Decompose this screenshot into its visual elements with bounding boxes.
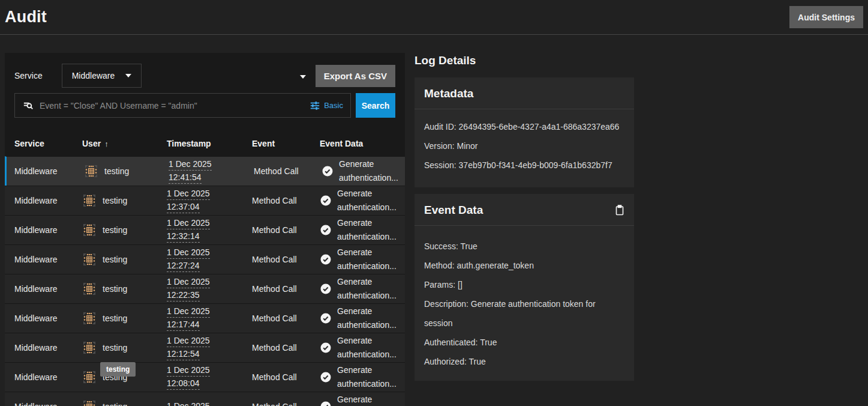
user-avatar-icon bbox=[82, 282, 97, 296]
cell-event-data: Generate authentication... bbox=[310, 246, 408, 273]
success-check-icon bbox=[320, 342, 332, 354]
cell-timestamp[interactable]: 1 Dec 2025 12:22:35 bbox=[157, 276, 242, 301]
settings-adjust-icon bbox=[310, 100, 320, 111]
cell-event: Method Call bbox=[242, 371, 310, 384]
column-header-event-data[interactable]: Event Data bbox=[310, 139, 405, 148]
cell-event-data: Generate authentication... bbox=[312, 157, 410, 185]
event-authenticated: Authenticated: True bbox=[424, 333, 624, 352]
cell-service: Middleware bbox=[5, 255, 73, 264]
cell-service: Middleware bbox=[7, 166, 74, 176]
cell-event: Method Call bbox=[242, 223, 310, 237]
user-avatar-icon bbox=[82, 252, 97, 267]
cell-event-data: Generate authentication... bbox=[310, 216, 408, 244]
user-avatar-icon bbox=[82, 223, 97, 237]
cell-timestamp[interactable]: 1 Dec 2025 12:08:04 bbox=[157, 365, 242, 390]
user-avatar-icon bbox=[82, 311, 97, 326]
copy-clipboard-icon[interactable] bbox=[615, 205, 624, 216]
cell-service: Middleware bbox=[5, 343, 73, 353]
cell-user[interactable]: testing bbox=[73, 252, 157, 267]
column-header-event[interactable]: Event bbox=[242, 139, 310, 148]
metadata-card-body: Audit ID: 26494395-6ebe-4327-a4a1-686a32… bbox=[415, 109, 634, 187]
cell-event-data: Generate authentication... bbox=[310, 304, 408, 332]
table-row[interactable]: Middleware bbox=[5, 333, 405, 362]
table-row[interactable]: Middleware bbox=[5, 156, 405, 186]
table-header-row: Service User↑ Timestamp Event Event Data bbox=[5, 130, 405, 156]
cell-user[interactable]: testing bbox=[73, 399, 157, 406]
success-check-icon bbox=[320, 224, 332, 236]
cell-user[interactable]: testing bbox=[73, 282, 157, 296]
cell-service: Middleware bbox=[5, 314, 73, 323]
table-row[interactable]: Middleware bbox=[5, 186, 405, 215]
metadata-card-title: Metadata bbox=[424, 87, 473, 100]
service-filter-label: Service bbox=[14, 71, 43, 80]
column-header-timestamp[interactable]: Timestamp bbox=[157, 139, 242, 148]
cell-service: Middleware bbox=[5, 372, 73, 382]
cell-service: Middleware bbox=[5, 284, 73, 294]
secondary-select[interactable] bbox=[295, 67, 311, 85]
success-check-icon bbox=[320, 401, 332, 406]
table-row[interactable]: Middleware bbox=[5, 303, 405, 333]
event-data-card: Event Data Success: True Method: auth.ge… bbox=[415, 194, 634, 381]
cell-timestamp[interactable]: 1 Dec 2025 12:12:54 bbox=[157, 335, 242, 360]
cell-event-data: Generate authentication... bbox=[310, 363, 408, 391]
cell-timestamp[interactable]: 1 Dec 2025 12:27:24 bbox=[157, 247, 242, 272]
audit-settings-button[interactable]: Audit Settings bbox=[789, 6, 863, 28]
cell-timestamp[interactable]: 1 Dec 2025 12:17:44 bbox=[157, 306, 242, 331]
event-data-card-body: Success: True Method: auth.generate_toke… bbox=[415, 226, 634, 381]
cell-timestamp[interactable]: 1 Dec 2025 bbox=[157, 401, 242, 406]
cell-timestamp[interactable]: 1 Dec 2025 12:41:54 bbox=[159, 159, 244, 184]
search-button[interactable]: Search bbox=[356, 93, 395, 118]
table-row[interactable]: Middleware bbox=[5, 362, 405, 392]
column-header-user[interactable]: User↑ bbox=[73, 139, 157, 148]
cell-user[interactable]: testing bbox=[73, 223, 157, 237]
event-authorized: Authorized: True bbox=[424, 352, 624, 371]
user-avatar-icon bbox=[82, 341, 97, 355]
cell-service: Middleware bbox=[5, 402, 73, 406]
app-header: Audit Audit Settings bbox=[0, 0, 868, 35]
search-box: Basic bbox=[14, 93, 351, 118]
cell-event: Method Call bbox=[242, 341, 310, 355]
cell-event-data: Generate authentication... bbox=[310, 334, 408, 362]
metadata-version: Version: Minor bbox=[424, 139, 624, 153]
cell-user[interactable]: testing bbox=[73, 193, 157, 208]
user-avatar-icon bbox=[82, 193, 97, 208]
cell-user[interactable]: testing bbox=[73, 311, 157, 326]
table-row[interactable]: Middleware bbox=[5, 244, 405, 274]
column-header-service[interactable]: Service bbox=[5, 139, 73, 148]
cell-event: Method Call bbox=[242, 312, 310, 326]
audit-log-panel: Service Middleware Export As CSV bbox=[5, 53, 405, 406]
log-details-panel: Log Details Metadata Audit ID: 26494395-… bbox=[415, 53, 634, 406]
basic-mode-label: Basic bbox=[324, 101, 343, 110]
page-title: Audit bbox=[5, 8, 47, 26]
success-check-icon bbox=[322, 165, 334, 177]
table-row[interactable]: Middleware bbox=[5, 274, 405, 303]
table-row[interactable]: Middleware bbox=[5, 215, 405, 244]
search-input[interactable] bbox=[40, 101, 304, 111]
user-avatar-icon bbox=[82, 370, 97, 384]
cell-event: Method Call bbox=[244, 165, 312, 178]
cell-user[interactable]: testing bbox=[73, 341, 157, 355]
success-check-icon bbox=[320, 283, 332, 295]
basic-mode-toggle[interactable]: Basic bbox=[310, 100, 343, 111]
success-check-icon bbox=[320, 253, 332, 265]
cell-timestamp[interactable]: 1 Dec 2025 12:32:14 bbox=[157, 217, 242, 243]
service-select[interactable]: Middleware bbox=[62, 64, 142, 88]
sort-ascending-icon: ↑ bbox=[104, 139, 109, 148]
cell-event: Method Call bbox=[242, 400, 310, 406]
export-csv-button[interactable]: Export As CSV bbox=[316, 65, 395, 87]
service-select-value: Middleware bbox=[72, 71, 115, 80]
cell-user[interactable]: testing bbox=[74, 164, 159, 178]
chevron-down-icon bbox=[300, 75, 306, 79]
success-check-icon bbox=[320, 195, 332, 207]
success-check-icon bbox=[320, 312, 332, 324]
log-details-title: Log Details bbox=[415, 54, 634, 67]
table-row[interactable]: Middleware bbox=[5, 392, 405, 406]
event-method: Method: auth.generate_token bbox=[424, 256, 624, 275]
table-body: Middleware bbox=[5, 156, 405, 406]
cell-service: Middleware bbox=[5, 196, 73, 205]
metadata-audit-id: Audit ID: 26494395-6ebe-4327-a4a1-686a32… bbox=[424, 120, 624, 134]
cell-event-data: Generate authentication... bbox=[310, 187, 408, 214]
filter-search-icon bbox=[22, 100, 34, 111]
cell-timestamp[interactable]: 1 Dec 2025 12:37:04 bbox=[157, 188, 242, 213]
event-description: Description: Generate authentication tok… bbox=[424, 294, 624, 333]
